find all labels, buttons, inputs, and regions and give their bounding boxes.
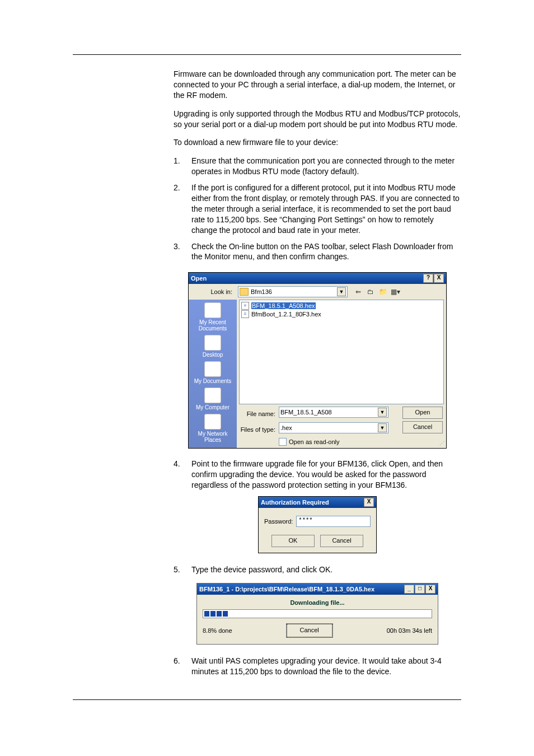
step-number: 6.: [174, 656, 191, 666]
file-name: BFM_18.5.1_A508.hex: [251, 302, 316, 309]
paragraph: Firmware can be downloaded through any c…: [174, 69, 461, 101]
files-of-type-field[interactable]: .hex ▼: [279, 422, 388, 433]
paragraph: Upgrading is only supported through the …: [174, 109, 461, 130]
computer-icon: [204, 388, 221, 403]
titlebar: Authorization Required X: [259, 497, 376, 508]
file-name-label: File name:: [239, 409, 275, 417]
place-desktop[interactable]: Desktop: [190, 335, 235, 358]
files-of-type-label: Files of type:: [239, 425, 275, 433]
dialog-title: Authorization Required: [261, 499, 329, 506]
resize-grip-icon[interactable]: ⋰: [439, 441, 445, 447]
ok-button[interactable]: OK: [271, 535, 315, 547]
step-number: 3.: [174, 241, 191, 252]
cancel-button[interactable]: Cancel: [287, 624, 332, 637]
documents-icon: [204, 361, 221, 377]
step-text: Ensure that the communication port you a…: [191, 156, 461, 177]
divider-top: [73, 54, 461, 55]
cancel-button[interactable]: Cancel: [320, 535, 363, 547]
place-documents[interactable]: My Documents: [190, 361, 235, 384]
close-button[interactable]: X: [425, 585, 435, 594]
step-number: 2.: [174, 183, 191, 193]
file-item[interactable]: ≡ BfmBoot_1.2.1_80F3.hex: [241, 310, 442, 318]
step-number: 1.: [174, 156, 191, 166]
step-number: 5.: [174, 564, 191, 575]
step-text: Check the On-line button on the PAS tool…: [191, 241, 461, 263]
step-text: If the port is configured for a differen…: [191, 183, 461, 235]
divider-bottom: [73, 699, 461, 700]
file-icon: ≡: [241, 310, 249, 318]
help-button[interactable]: ?: [423, 274, 433, 283]
password-field[interactable]: ****: [296, 516, 371, 527]
step-number: 4.: [174, 459, 191, 469]
authorization-dialog: Authorization Required X Password: **** …: [258, 496, 377, 553]
place-network[interactable]: My Network Places: [190, 414, 235, 443]
paragraph: To download a new firmware file to your …: [174, 137, 461, 148]
progress-percent: 8.8% done: [203, 627, 232, 634]
titlebar: BFM136_1 - D:\projects\BFM\Release\BFM_1…: [197, 584, 438, 595]
dialog-title: BFM136_1 - D:\projects\BFM\Release\BFM_1…: [199, 586, 374, 592]
recent-icon: [204, 302, 221, 318]
dialog-title: Open: [191, 275, 207, 282]
look-in-value: Bfm136: [251, 288, 272, 295]
chevron-down-icon[interactable]: ▼: [378, 423, 387, 432]
progress-bar: [203, 609, 432, 618]
maximize-button[interactable]: □: [415, 585, 425, 594]
network-icon: [204, 414, 221, 430]
desktop-icon: [204, 335, 221, 351]
file-name-value: BFM_18.5.1_A508: [280, 409, 332, 416]
step-text: Point to the firmware upgrade file for y…: [191, 459, 461, 491]
file-icon: ≡: [241, 302, 249, 310]
open-button[interactable]: Open: [402, 407, 443, 419]
file-list[interactable]: ≡ BFM_18.5.1_A508.hex ≡ BfmBoot_1.2.1_80…: [239, 300, 444, 404]
folder-icon: [240, 288, 249, 296]
cancel-button[interactable]: Cancel: [402, 421, 443, 433]
time-remaining: 00h 03m 34s left: [387, 627, 432, 634]
chevron-down-icon[interactable]: ▼: [337, 287, 346, 296]
titlebar: Open ? X: [189, 273, 446, 284]
file-item[interactable]: ≡ BFM_18.5.1_A508.hex: [241, 302, 442, 310]
place-recent[interactable]: My Recent Documents: [190, 302, 235, 332]
views-icon[interactable]: ▦▾: [390, 287, 400, 297]
password-label: Password:: [264, 518, 293, 525]
back-icon[interactable]: ⇐: [353, 287, 363, 297]
look-in-dropdown[interactable]: Bfm136 ▼: [238, 286, 348, 297]
files-of-type-value: .hex: [280, 424, 292, 431]
file-name-field[interactable]: BFM_18.5.1_A508 ▼: [279, 407, 388, 418]
chevron-down-icon[interactable]: ▼: [378, 408, 387, 417]
step-text: Type the device password, and click OK.: [191, 564, 461, 575]
read-only-label: Open as read-only: [289, 438, 340, 445]
minimize-button[interactable]: _: [404, 585, 414, 594]
places-bar: My Recent Documents Desktop My Documents…: [189, 300, 237, 448]
download-heading: Downloading file...: [203, 599, 432, 606]
download-progress-dialog: BFM136_1 - D:\projects\BFM\Release\BFM_1…: [196, 583, 438, 645]
open-file-dialog: Open ? X Look in: Bfm136 ▼ ⇐ 🗀 📁: [188, 272, 447, 449]
file-name: BfmBoot_1.2.1_80F3.hex: [251, 311, 321, 318]
close-button[interactable]: X: [364, 498, 374, 507]
place-computer[interactable]: My Computer: [190, 388, 235, 410]
step-text: Wait until PAS completes upgrading your …: [191, 656, 461, 677]
new-folder-icon[interactable]: 📁: [378, 287, 388, 297]
look-in-label: Look in:: [194, 288, 235, 295]
up-folder-icon[interactable]: 🗀: [366, 287, 376, 297]
read-only-checkbox[interactable]: [279, 438, 287, 446]
close-button[interactable]: X: [434, 274, 444, 283]
